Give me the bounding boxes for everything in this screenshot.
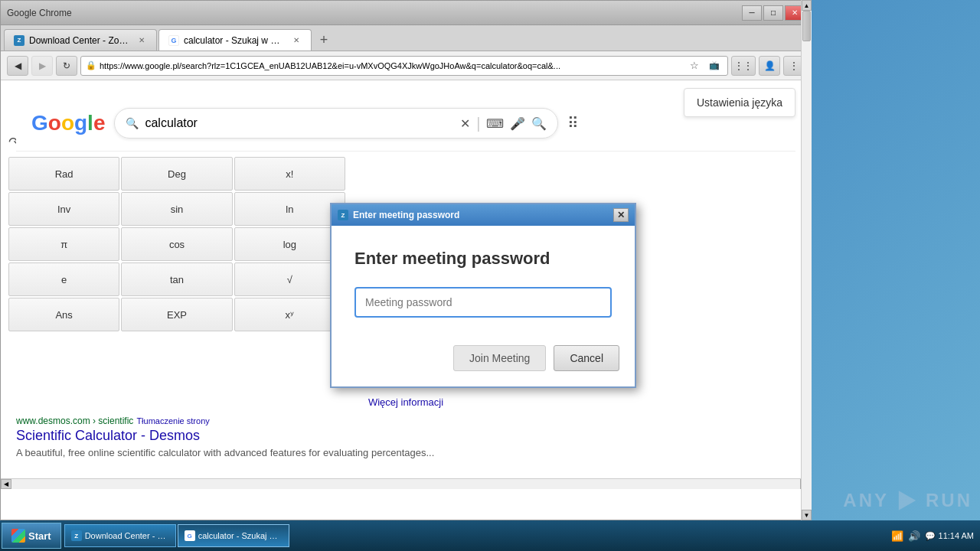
- taskbar-right: 📶 🔊 💬 11:14 AM: [885, 530, 980, 542]
- desktop: Google Chrome ─ □ ✕ Z Download Center - …: [0, 0, 980, 551]
- join-meeting-button[interactable]: Join Meeting: [453, 345, 546, 371]
- forward-button[interactable]: ▶: [31, 56, 53, 76]
- windows-logo-icon: [11, 529, 25, 543]
- start-label: Start: [28, 530, 51, 542]
- address-bar-actions: ☆ 📺: [686, 58, 723, 73]
- maximize-button[interactable]: □: [763, 5, 783, 21]
- taskbar-items: Z Download Center - Zoom G calculator - …: [61, 524, 885, 547]
- modal-overlay: Z Enter meeting password ✕ Enter meeting…: [1, 80, 811, 520]
- tab-bar: Z Download Center - Zoom ✕ G calculator …: [1, 25, 811, 51]
- back-button[interactable]: ◀: [7, 56, 28, 76]
- watermark-text: ANY: [843, 490, 889, 511]
- account-button[interactable]: 👤: [759, 56, 780, 76]
- system-clock: 11:14 AM: [939, 531, 974, 540]
- minimize-button[interactable]: ─: [742, 5, 762, 21]
- zoom-taskbar-label: Download Center - Zoom: [85, 531, 169, 540]
- play-icon: [895, 488, 920, 513]
- google-tab-label: calculator - Szukaj w Google: [184, 35, 283, 46]
- bookmark-icon[interactable]: ☆: [686, 58, 703, 73]
- nav-bar: ◀ ▶ ↻ 🔒 ☆ 📺 ⋮⋮ 👤 ⋮: [1, 51, 811, 80]
- taskbar-item-zoom[interactable]: Z Download Center - Zoom: [64, 524, 176, 547]
- volume-icon: 🔊: [908, 530, 920, 542]
- network-icon: 📶: [891, 530, 903, 542]
- modal-title-bar: Z Enter meeting password ✕: [332, 204, 635, 226]
- notification-icon: 💬: [925, 531, 936, 541]
- address-input[interactable]: [100, 61, 683, 70]
- modal-dialog: Z Enter meeting password ✕ Enter meeting…: [330, 203, 636, 388]
- zoom-tab-label: Download Center - Zoom: [29, 35, 129, 46]
- taskbar: Start Z Download Center - Zoom G calcula…: [0, 520, 980, 551]
- meeting-password-input[interactable]: [354, 287, 612, 318]
- lock-icon: 🔒: [86, 60, 96, 70]
- anyrun-watermark: ANY RUN: [843, 488, 972, 513]
- taskbar-system-icons: 📶 🔊 💬: [891, 530, 936, 542]
- scroll-thumb[interactable]: [802, 11, 811, 41]
- google-favicon-icon: G: [168, 35, 179, 46]
- new-tab-button[interactable]: +: [313, 29, 335, 51]
- modal-body: Enter meeting password: [332, 226, 635, 333]
- zoom-taskbar-icon: Z: [71, 530, 82, 541]
- title-bar: Google Chrome ─ □ ✕: [1, 1, 811, 25]
- zoom-favicon-icon: Z: [14, 35, 24, 46]
- cast-icon[interactable]: 📺: [706, 58, 723, 73]
- google-tab[interactable]: G calculator - Szukaj w Google ✕: [158, 29, 312, 51]
- page-content: Google 🔍 ✕ | ⌨ 🎤 🔍 ⠿ PRZYPOMN: [1, 80, 811, 520]
- modal-footer: Join Meeting Cancel: [332, 333, 635, 386]
- address-bar-container: 🔒 ☆ 📺: [80, 56, 728, 76]
- google-taskbar-icon: G: [185, 530, 195, 541]
- extensions-button[interactable]: ⋮⋮: [731, 56, 756, 76]
- taskbar-item-google[interactable]: G calculator - Szukaj w Google: [178, 524, 289, 547]
- browser-window: Google Chrome ─ □ ✕ Z Download Center - …: [0, 0, 812, 520]
- watermark-run-text: RUN: [926, 490, 972, 511]
- refresh-button[interactable]: ↻: [56, 56, 77, 76]
- modal-heading: Enter meeting password: [354, 249, 612, 269]
- cancel-button[interactable]: Cancel: [554, 345, 619, 371]
- browser-title: Google Chrome: [7, 8, 72, 18]
- google-taskbar-label: calculator - Szukaj w Google: [198, 531, 283, 540]
- modal-title-text: Enter meeting password: [353, 210, 613, 220]
- scroll-up-button[interactable]: ▲: [802, 0, 812, 11]
- title-bar-left: Google Chrome: [7, 8, 72, 18]
- google-tab-close-icon[interactable]: ✕: [291, 35, 302, 46]
- start-button[interactable]: Start: [2, 523, 61, 549]
- modal-close-button[interactable]: ✕: [613, 208, 629, 222]
- window-controls: ─ □ ✕: [742, 5, 805, 21]
- zoom-tab-close-icon[interactable]: ✕: [136, 35, 147, 46]
- zoom-tab[interactable]: Z Download Center - Zoom ✕: [4, 29, 157, 51]
- modal-zoom-icon: Z: [338, 210, 348, 220]
